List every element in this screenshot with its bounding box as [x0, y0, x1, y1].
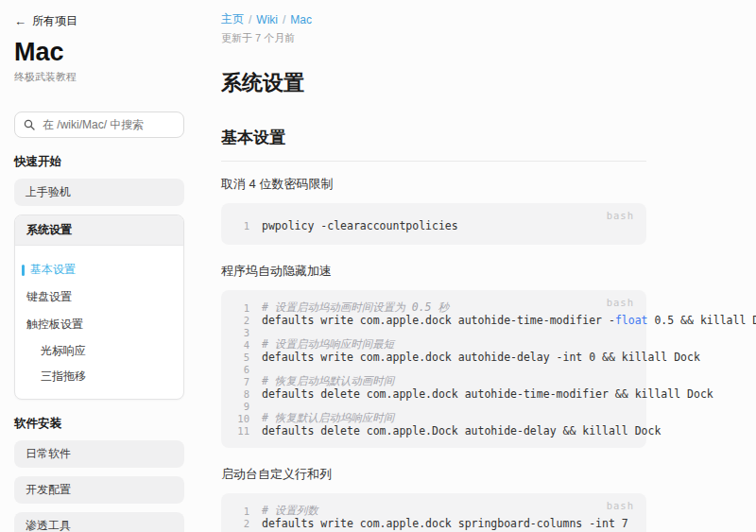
code-line: 8defaults delete com.apple.dock autohide… — [232, 387, 633, 400]
code-text: defaults write com.apple.dock autohide-t… — [262, 314, 615, 327]
code-block-pwpolicy: bash 1 pwpolicy -clearaccountpolicies — [221, 203, 646, 245]
back-label: 所有项目 — [32, 13, 77, 29]
search-icon — [24, 119, 35, 130]
search-box[interactable] — [14, 112, 184, 138]
sidebar-item-basic-settings[interactable]: 基本设置 — [15, 256, 183, 283]
code-text: defaults write com.apple.dock autohide-d… — [262, 351, 700, 364]
code-line: 10# 恢复默认启动坞响应时间 — [232, 412, 633, 424]
code-language-badge: bash — [607, 210, 634, 221]
line-number: 8 — [232, 388, 249, 400]
line-number: 2 — [232, 518, 249, 529]
code-text: defaults write com.apple.dock springboar… — [262, 517, 628, 530]
sidebar-subtitle: 终极武装教程 — [14, 70, 184, 84]
code-line: 2defaults write com.apple.dock springboa… — [232, 517, 633, 529]
line-number: 3 — [232, 327, 249, 338]
breadcrumb-home[interactable]: 主页 — [221, 11, 244, 27]
code-text: defaults delete com.apple.Dock autohide-… — [262, 424, 661, 438]
sidebar-item-getting-started[interactable]: 上手验机 — [14, 179, 184, 206]
sidebar-item-three-finger-drag[interactable]: 三指拖移 — [15, 364, 183, 389]
section-label-quick-start: 快速开始 — [14, 154, 184, 170]
paragraph-password-limit: 取消 4 位数密码限制 — [221, 176, 646, 193]
sidebar-item-label: 触控板设置 — [26, 317, 83, 333]
section-label-software-install: 软件安装 — [14, 416, 184, 432]
line-number: 10 — [232, 413, 249, 424]
sidebar-item-keyboard-settings[interactable]: 键盘设置 — [15, 283, 183, 311]
breadcrumb-separator: / — [283, 13, 285, 26]
group-body: 基本设置 键盘设置 触控板设置 光标响应 三指拖移 — [15, 246, 183, 399]
line-number: 1 — [232, 302, 249, 314]
code-line: 1 pwpolicy -clearaccountpolicies — [232, 219, 633, 232]
sidebar-item-daily-software[interactable]: 日常软件 — [14, 440, 184, 468]
line-number: 4 — [232, 339, 249, 351]
line-number: 1 — [232, 506, 249, 517]
page-title: 系统设置 — [221, 69, 646, 97]
code-text: 0.5 && killall Dock — [648, 314, 756, 327]
updated-timestamp: 更新于 7 个月前 — [221, 31, 646, 45]
paragraph-launchpad-grid: 启动台自定义行和列 — [221, 466, 646, 483]
code-keyword: float — [615, 314, 648, 327]
code-block-launchpad-grid: bash 1# 设置列数 2defaults write com.apple.d… — [221, 493, 646, 532]
code-block-dock-autohide: bash 1# 设置启动坞动画时间设置为 0.5 秒 2defaults wri… — [221, 290, 646, 448]
code-line: 7# 恢复启动坞默认动画时间 — [232, 375, 633, 387]
code-language-badge: bash — [607, 297, 634, 308]
sidebar-item-label: 基本设置 — [30, 262, 76, 278]
line-number: 9 — [232, 401, 249, 412]
search-input[interactable] — [41, 117, 175, 132]
group-header-system-settings[interactable]: 系统设置 — [15, 215, 183, 246]
code-text: pwpolicy -clearaccountpolicies — [262, 219, 458, 232]
active-indicator-bar — [22, 265, 25, 276]
sidebar-item-pentest-tools[interactable]: 渗透工具 — [14, 512, 184, 532]
breadcrumb-separator: / — [249, 13, 251, 26]
section-heading-basic-settings: 基本设置 — [221, 127, 646, 162]
line-number: 2 — [232, 315, 249, 326]
paragraph-dock-autohide: 程序坞自动隐藏加速 — [221, 263, 646, 280]
sidebar-item-trackpad-settings[interactable]: 触控板设置 — [15, 311, 183, 338]
line-number: 7 — [232, 376, 249, 387]
code-line: 5defaults write com.apple.dock autohide-… — [232, 351, 633, 363]
main-content: 主页 / Wiki / Mac 更新于 7 个月前 系统设置 基本设置 取消 4… — [221, 11, 646, 532]
sidebar-item-label: 键盘设置 — [26, 289, 72, 305]
code-line: 1# 设置启动坞动画时间设置为 0.5 秒 — [232, 301, 633, 314]
back-arrow-icon: ← — [14, 14, 26, 28]
code-line: 1# 设置列数 — [232, 505, 633, 517]
sidebar-item-cursor-response[interactable]: 光标响应 — [15, 338, 183, 364]
line-number: 11 — [232, 425, 249, 437]
back-to-projects-link[interactable]: ← 所有项目 — [14, 13, 184, 29]
breadcrumb: 主页 / Wiki / Mac — [221, 11, 646, 27]
code-language-badge: bash — [607, 500, 634, 511]
sidebar-group-system-settings: 系统设置 基本设置 键盘设置 触控板设置 光标响应 三指拖移 — [14, 215, 184, 400]
code-text: defaults delete com.apple.dock autohide-… — [262, 387, 713, 401]
code-line: 4# 设置启动坞响应时间最短 — [232, 338, 633, 351]
line-number: 5 — [232, 352, 249, 363]
sidebar: ← 所有项目 Mac 终极武装教程 快速开始 上手验机 系统设置 基本设置 键盘… — [0, 0, 198, 532]
line-number: 6 — [232, 364, 249, 375]
sidebar-item-dev-config[interactable]: 开发配置 — [14, 476, 184, 504]
line-number: 1 — [232, 220, 249, 232]
sidebar-title: Mac — [14, 38, 184, 67]
breadcrumb-wiki[interactable]: Wiki — [256, 13, 278, 26]
code-line: 11defaults delete com.apple.Dock autohid… — [232, 424, 633, 437]
code-line: 2defaults write com.apple.dock autohide-… — [232, 314, 633, 326]
breadcrumb-mac[interactable]: Mac — [290, 13, 312, 26]
